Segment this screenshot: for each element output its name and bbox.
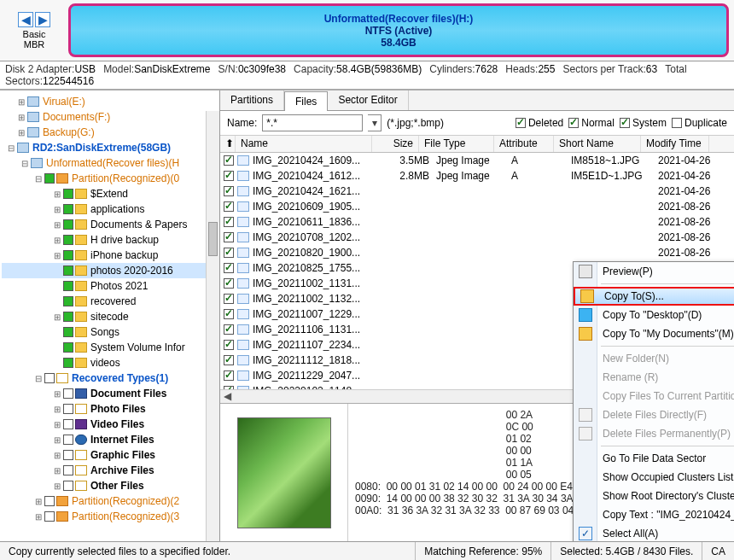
row-checkbox[interactable] — [224, 340, 234, 350]
checkbox-icon[interactable] — [63, 189, 73, 199]
row-checkbox[interactable] — [224, 186, 234, 196]
ctx-select-all[interactable]: ✓Select All(A) — [574, 524, 734, 541]
row-checkbox[interactable] — [224, 294, 234, 304]
checkbox-icon[interactable] — [63, 481, 73, 491]
checkbox-icon[interactable] — [63, 342, 73, 353]
col-up-icon[interactable]: ⬆ — [220, 136, 236, 152]
col-type[interactable]: File Type — [419, 136, 494, 152]
disk-partition-bar[interactable]: Unformatted(Recover files)(H:) NTFS (Act… — [68, 3, 729, 57]
checkbox-icon[interactable] — [44, 373, 55, 383]
tree-item-sitecode[interactable]: ⊞sitecode — [2, 309, 218, 324]
tree-item-partition-rec2[interactable]: ⊞Partition(Recognized)(2 — [2, 493, 218, 509]
tree-item-other-files[interactable]: ⊞Other Files — [2, 478, 218, 493]
row-checkbox[interactable] — [224, 201, 234, 212]
tab-partitions[interactable]: Partitions — [220, 90, 284, 110]
tree-item-rd2[interactable]: ⊟RD2:SanDiskExtreme(58GB) — [2, 140, 218, 155]
tree-item-videos[interactable]: videos — [2, 355, 218, 370]
tab-sector-editor[interactable]: Sector Editor — [328, 90, 408, 110]
checkbox-icon[interactable] — [63, 281, 73, 291]
tree-item-photo-files[interactable]: ⊞Photo Files — [2, 401, 218, 417]
tree-item-partition-rec3[interactable]: ⊞Partition(Recognized)(3 — [2, 509, 218, 524]
ctx-copy-text[interactable]: Copy Text : "IMG_20210424_162113.jpg" — [574, 505, 734, 524]
tree-item-document-files[interactable]: ⊞Document Files — [2, 386, 218, 401]
ctx-copy-mydocs[interactable]: Copy To "My Documents"(M) — [574, 324, 734, 343]
row-checkbox[interactable] — [224, 217, 234, 227]
col-modify[interactable]: Modify Time — [641, 136, 709, 152]
ctx-go-sector[interactable]: Go To File Data Sector▸ — [574, 449, 734, 468]
row-checkbox[interactable] — [224, 355, 234, 365]
checkbox-icon[interactable] — [63, 265, 73, 276]
ctx-show-root[interactable]: Show Root Directory's Clusters List — [574, 487, 734, 505]
tree-item-photos21[interactable]: Photos 2021 — [2, 278, 218, 294]
tree-item-virtual[interactable]: ⊞Virual(E:) — [2, 94, 218, 109]
tree-item-recovered-types[interactable]: ⊟Recovered Types(1) — [2, 370, 218, 386]
col-attr[interactable]: Attribute — [494, 136, 554, 152]
row-checkbox[interactable] — [224, 248, 234, 258]
file-row[interactable]: IMG_20210424_1609...3.5MBJpeg ImageAIM85… — [220, 153, 734, 168]
filter-deleted-checkbox[interactable]: Deleted — [516, 117, 563, 129]
tree-item-docs-papers[interactable]: ⊞Documents & Papers — [2, 217, 218, 232]
tab-files[interactable]: Files — [284, 91, 328, 111]
filter-system-checkbox[interactable]: System — [620, 117, 667, 129]
nav-back-button[interactable]: ◀ — [18, 12, 33, 27]
tree-item-graphic-files[interactable]: ⊞Graphic Files — [2, 447, 218, 463]
checkbox-icon[interactable] — [63, 358, 73, 368]
ctx-preview[interactable]: Preview(P) — [574, 262, 734, 281]
checkbox-icon[interactable] — [63, 250, 73, 260]
tree-item-video-files[interactable]: ⊞Video Files — [2, 417, 218, 432]
filter-name-dropdown[interactable]: ▾ — [368, 114, 382, 131]
file-row[interactable]: IMG_20210424_1621...2021-04-26 — [220, 184, 734, 199]
nav-forward-button[interactable]: ▶ — [35, 12, 50, 27]
checkbox-icon[interactable] — [44, 496, 55, 506]
checkbox-icon[interactable] — [44, 173, 55, 184]
tree-item-songs[interactable]: Songs — [2, 324, 218, 340]
tree-item-partition-rec[interactable]: ⊟Partition(Recognized)(0 — [2, 171, 218, 186]
tree-item-photos-selected[interactable]: photos 2020-2016 — [2, 263, 218, 278]
tree-item-internet-files[interactable]: ⊞Internet Files — [2, 432, 218, 447]
col-name[interactable]: Name — [236, 136, 372, 152]
filter-normal-checkbox[interactable]: Normal — [568, 117, 615, 129]
ctx-copy-to[interactable]: Copy To(S)... — [574, 287, 734, 306]
file-row[interactable]: IMG_20210611_1836...2021-08-26 — [220, 214, 734, 230]
checkbox-icon[interactable] — [63, 465, 73, 475]
checkbox-icon[interactable] — [63, 419, 73, 429]
ctx-show-occupied[interactable]: Show Occupied Clusters List — [574, 468, 734, 487]
tree-item-recovered[interactable]: recovered — [2, 294, 218, 309]
checkbox-icon[interactable] — [63, 404, 73, 414]
file-row[interactable]: IMG_20210820_1900...2021-08-26 — [220, 245, 734, 260]
tree-scrollbar[interactable] — [206, 111, 219, 541]
tree-item-unformatted[interactable]: ⊟Unformatted(Recover files)(H — [2, 155, 218, 171]
tree-item-extend[interactable]: ⊞$Extend — [2, 186, 218, 201]
filter-duplicate-checkbox[interactable]: Duplicate — [672, 117, 727, 129]
row-checkbox[interactable] — [224, 263, 234, 273]
row-checkbox[interactable] — [224, 309, 234, 319]
filter-name-input[interactable] — [262, 114, 363, 131]
col-shortname[interactable]: Short Name — [554, 136, 641, 152]
tree-item-iphone[interactable]: ⊞iPhone backup — [2, 248, 218, 263]
file-row[interactable]: IMG_20210708_1202...2021-08-26 — [220, 230, 734, 245]
tree-item-archive-files[interactable]: ⊞Archive Files — [2, 463, 218, 478]
tree-item-svi[interactable]: System Volume Infor — [2, 340, 218, 355]
row-checkbox[interactable] — [224, 386, 234, 389]
tree-item-applications[interactable]: ⊞applications — [2, 201, 218, 217]
file-row[interactable]: IMG_20210609_1905...2021-08-26 — [220, 199, 734, 214]
checkbox-icon[interactable] — [63, 435, 73, 445]
tree-item-documents[interactable]: ⊞Documents(F:) — [2, 109, 218, 125]
checkbox-icon[interactable] — [63, 204, 73, 214]
tree-item-h-drive[interactable]: ⊞H drive backup — [2, 232, 218, 248]
checkbox-icon[interactable] — [63, 312, 73, 322]
preview-thumbnail[interactable] — [237, 417, 331, 528]
checkbox-icon[interactable] — [63, 219, 73, 230]
row-checkbox[interactable] — [224, 155, 234, 166]
row-checkbox[interactable] — [224, 278, 234, 289]
file-row[interactable]: IMG_20210424_1612...2.8MBJpeg ImageAIM5E… — [220, 168, 734, 184]
checkbox-icon[interactable] — [63, 327, 73, 337]
row-checkbox[interactable] — [224, 370, 234, 381]
checkbox-icon[interactable] — [63, 296, 73, 306]
tree-item-backup[interactable]: ⊞Backup(G:) — [2, 125, 218, 140]
checkbox-icon[interactable] — [63, 235, 73, 245]
checkbox-icon[interactable] — [63, 450, 73, 460]
row-checkbox[interactable] — [224, 171, 234, 181]
col-size[interactable]: Size — [372, 136, 419, 152]
row-checkbox[interactable] — [224, 324, 234, 335]
